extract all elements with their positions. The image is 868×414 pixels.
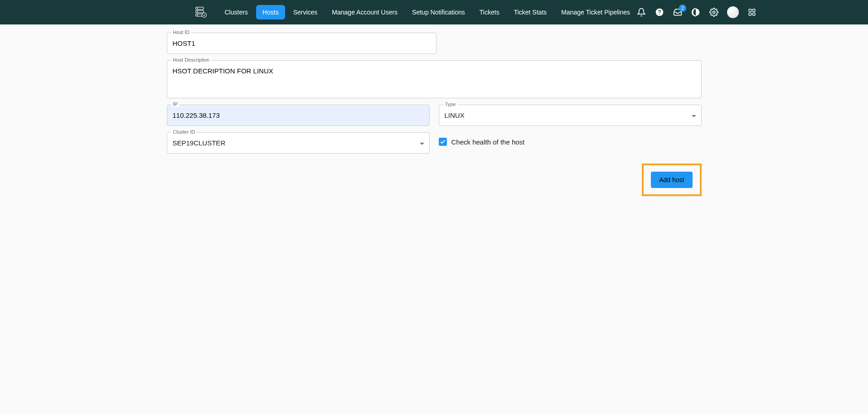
svg-point-5	[197, 15, 197, 15]
help-icon[interactable]	[655, 7, 664, 17]
button-row: Add host	[167, 164, 702, 196]
svg-point-10	[713, 11, 715, 14]
theme-icon[interactable]	[691, 7, 701, 17]
check-health-container: Check health of the host	[439, 132, 702, 154]
svg-rect-13	[749, 13, 751, 15]
svg-point-4	[197, 11, 197, 12]
add-host-button[interactable]: Add host	[651, 172, 692, 188]
check-health-checkbox[interactable]	[439, 138, 447, 146]
app-logo[interactable]	[194, 5, 208, 19]
apps-icon[interactable]	[747, 7, 757, 17]
inbox-badge: 2	[679, 5, 686, 12]
type-label: Type	[443, 101, 458, 107]
svg-rect-12	[753, 9, 755, 11]
nav-item-ticket-stats[interactable]: Ticket Stats	[508, 5, 553, 19]
svg-rect-14	[753, 13, 755, 15]
nav-item-manage-ticket-pipelines[interactable]: Manage Ticket Pipelines	[555, 5, 636, 19]
form-content: Host ID Host Description IP Type LINUX C…	[162, 24, 706, 204]
host-description-input[interactable]	[167, 60, 702, 98]
navbar-inner: ClustersHostsServicesManage Account User…	[117, 5, 752, 19]
bell-icon[interactable]	[636, 7, 646, 17]
svg-point-8	[659, 14, 660, 14]
nav-icons: 2	[636, 6, 757, 18]
nav-item-clusters[interactable]: Clusters	[218, 5, 254, 19]
svg-point-3	[197, 8, 197, 9]
check-health-label[interactable]: Check health of the host	[451, 138, 525, 146]
host-description-label: Host Description	[171, 57, 212, 63]
type-field: Type LINUX	[439, 105, 702, 126]
nav-item-setup-notifications[interactable]: Setup Notifications	[406, 5, 471, 19]
gear-icon[interactable]	[709, 7, 719, 17]
ip-input[interactable]	[167, 105, 430, 126]
ip-field: IP	[167, 105, 430, 126]
type-select[interactable]: LINUX	[439, 105, 702, 126]
nav-item-tickets[interactable]: Tickets	[473, 5, 506, 19]
nav-item-manage-account-users[interactable]: Manage Account Users	[325, 5, 404, 19]
host-id-label: Host ID	[171, 29, 192, 35]
cluster-id-field: Cluster ID SEP19CLUSTER	[167, 132, 430, 154]
svg-rect-11	[749, 9, 751, 11]
host-description-field: Host Description	[167, 60, 702, 98]
cluster-id-select[interactable]: SEP19CLUSTER	[167, 132, 430, 154]
type-value: LINUX	[445, 111, 465, 119]
cluster-id-value: SEP19CLUSTER	[173, 139, 226, 147]
nav-item-hosts[interactable]: Hosts	[256, 5, 285, 19]
nav-item-services[interactable]: Services	[287, 5, 324, 19]
top-navbar: ClustersHostsServicesManage Account User…	[0, 0, 868, 24]
host-id-field: Host ID	[167, 33, 436, 54]
nav-items: ClustersHostsServicesManage Account User…	[218, 5, 637, 19]
cluster-id-label: Cluster ID	[171, 129, 197, 135]
avatar[interactable]	[727, 6, 739, 18]
highlight-box: Add host	[642, 164, 701, 196]
host-id-input[interactable]	[167, 33, 436, 54]
ip-label: IP	[171, 101, 179, 107]
inbox-icon[interactable]: 2	[673, 7, 683, 17]
